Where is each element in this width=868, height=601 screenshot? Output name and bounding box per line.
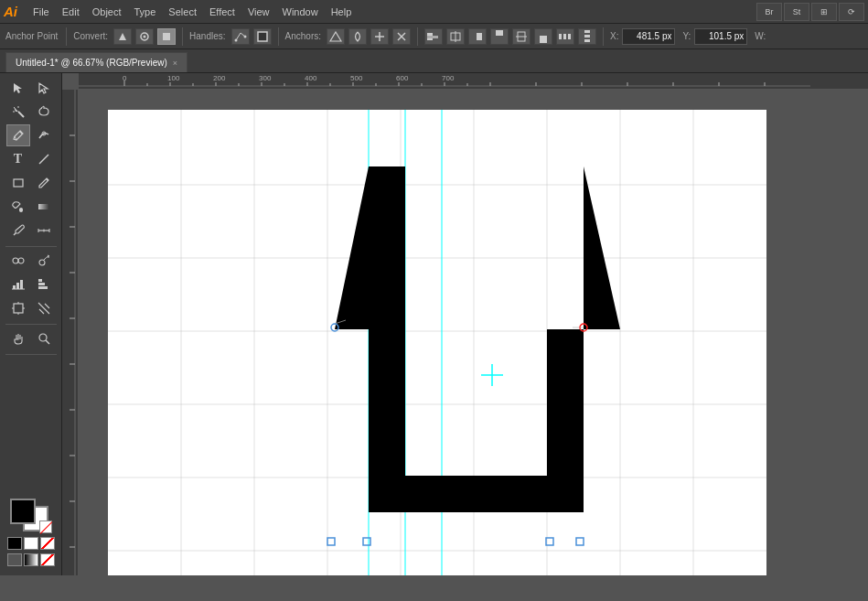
svg-rect-51	[20, 280, 23, 289]
svg-line-132	[335, 320, 346, 324]
tab-close-btn[interactable]: ×	[173, 59, 177, 68]
fill-swatch[interactable]	[10, 499, 36, 524]
pencil-tool[interactable]	[32, 172, 56, 194]
bar-graph-tool[interactable]	[32, 274, 56, 295]
menu-file[interactable]: File	[27, 5, 56, 19]
x-input[interactable]	[622, 28, 675, 45]
none-swatch[interactable]	[40, 537, 55, 550]
svg-text:500: 500	[350, 74, 363, 82]
column-graph-tool[interactable]	[6, 274, 30, 295]
fill-stroke-swatches	[10, 499, 52, 533]
menu-window[interactable]: Window	[276, 5, 325, 19]
align-right-btn[interactable]	[468, 28, 487, 45]
dist-h-btn[interactable]	[556, 28, 574, 45]
convert-corner-btn[interactable]	[113, 28, 132, 45]
svg-text:400: 400	[305, 74, 317, 82]
tool-sep1	[5, 246, 57, 247]
tool-row-7	[0, 220, 61, 241]
menu-view[interactable]: View	[241, 5, 276, 19]
ruler-top-svg: 0 100 200 300 400 500 600 700	[79, 73, 868, 90]
menu-bar: Ai File Edit Object Type Select Effect V…	[0, 0, 868, 24]
ruler-left-svg	[62, 90, 79, 575]
align-top-btn[interactable]	[490, 28, 509, 45]
no-fill-swatch[interactable]	[39, 521, 52, 533]
svg-point-44	[13, 258, 18, 263]
align-left-btn[interactable]	[424, 28, 443, 45]
handle-btn1[interactable]	[231, 28, 250, 45]
svg-text:600: 600	[396, 74, 409, 82]
measure-tool[interactable]	[32, 220, 56, 241]
svg-rect-24	[568, 34, 571, 39]
y-input[interactable]	[694, 28, 747, 45]
y-label: Y:	[682, 31, 691, 41]
color-area	[7, 499, 55, 572]
controls-bar: Anchor Point Convert: Handles: Anchors:	[0, 24, 868, 49]
gradient-swatch[interactable]	[24, 553, 38, 566]
line-segment-tool[interactable]	[32, 148, 56, 170]
eyedropper-tool[interactable]	[6, 220, 30, 241]
menu-edit[interactable]: Edit	[56, 5, 86, 19]
document-tab[interactable]: Untitled-1* @ 66.67% (RGB/Preview) ×	[5, 52, 188, 72]
convert-smooth-btn[interactable]	[135, 28, 154, 45]
align-ch-btn[interactable]	[446, 28, 465, 45]
blend-tool[interactable]	[6, 250, 30, 272]
zoom-tool[interactable]	[32, 327, 56, 349]
artboard-container[interactable]: 0 100 200 300 400 500 600 700	[62, 73, 868, 575]
select-tool[interactable]	[6, 77, 30, 99]
svg-rect-129	[576, 538, 584, 545]
svg-rect-55	[38, 286, 48, 289]
menu-object[interactable]: Object	[86, 5, 128, 19]
svg-point-46	[39, 260, 45, 265]
anchor-btn2[interactable]	[348, 28, 367, 45]
svg-rect-130	[363, 538, 370, 545]
none-swatch2[interactable]	[40, 553, 55, 566]
artboard-tool[interactable]	[6, 297, 30, 319]
direct-select-tool[interactable]	[32, 77, 56, 99]
paint-bucket-tool[interactable]	[6, 196, 30, 218]
menu-help[interactable]: Help	[325, 5, 359, 19]
symbol-sprayer-tool[interactable]	[32, 250, 56, 272]
app-logo: Ai	[4, 4, 17, 19]
rect-tool[interactable]	[6, 172, 30, 194]
sep4	[417, 27, 418, 46]
menu-select[interactable]: Select	[162, 5, 203, 19]
curvature-tool[interactable]	[32, 124, 56, 146]
svg-marker-8	[330, 32, 341, 41]
sep5	[603, 27, 604, 46]
white-swatch[interactable]	[24, 537, 38, 550]
svg-rect-25	[584, 30, 590, 33]
workspace-switcher[interactable]: ⊞	[811, 3, 837, 21]
x-label: X:	[610, 31, 618, 41]
ruler-top: 0 100 200 300 400 500 600 700	[79, 73, 868, 90]
gradient-tool[interactable]	[32, 196, 56, 218]
svg-rect-17	[477, 33, 482, 40]
stock-icon-btn[interactable]: St	[784, 3, 809, 21]
anchor-btn3[interactable]	[370, 28, 389, 45]
canvas-area[interactable]: 0 100 200 300 400 500 600 700	[62, 73, 868, 575]
dist-v-btn[interactable]	[578, 28, 596, 45]
gray-swatch[interactable]	[7, 553, 22, 566]
handle-btn2[interactable]	[253, 28, 272, 45]
menu-type[interactable]: Type	[128, 5, 163, 19]
svg-text:100: 100	[167, 74, 180, 82]
hand-tool[interactable]	[6, 327, 30, 349]
bridge-icon-btn[interactable]: Br	[756, 3, 782, 21]
svg-marker-124	[335, 166, 369, 329]
lasso-tool[interactable]	[32, 101, 56, 123]
slice-tool[interactable]	[32, 297, 56, 319]
type-tool[interactable]: T	[6, 148, 30, 170]
tool-row-2	[0, 101, 61, 123]
menu-effect[interactable]: Effect	[203, 5, 241, 19]
svg-point-61	[39, 334, 47, 341]
sync-settings-btn[interactable]: ⟳	[839, 3, 864, 21]
pen-tool[interactable]	[6, 124, 30, 146]
convert-active-btn[interactable]	[157, 28, 176, 45]
magic-wand-tool[interactable]	[6, 101, 30, 123]
align-bottom-btn[interactable]	[534, 28, 552, 45]
artboard[interactable]	[108, 110, 766, 575]
black-swatch[interactable]	[7, 537, 22, 550]
anchors-label: Anchors:	[285, 31, 321, 41]
anchor-btn1[interactable]	[327, 28, 345, 45]
align-cv-btn[interactable]	[512, 28, 530, 45]
anchor-btn4[interactable]	[392, 28, 411, 45]
